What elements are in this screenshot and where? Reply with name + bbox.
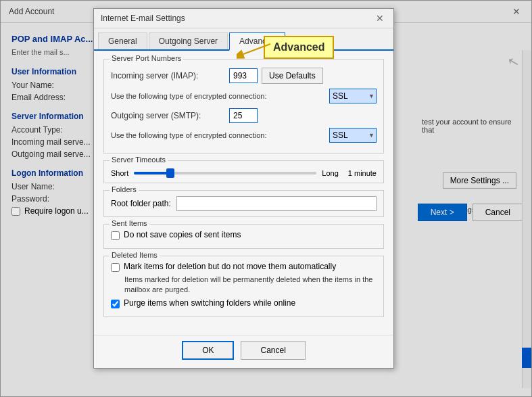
callout-box: Advanced: [264, 36, 334, 59]
mark-deletion-row: Mark items for deletion but do not move …: [111, 262, 377, 272]
root-folder-row: Root folder path:: [111, 196, 377, 211]
mark-deletion-checkbox[interactable]: [111, 263, 120, 272]
svg-line-1: [243, 44, 270, 54]
ssl-select-2[interactable]: SSL None TLS Auto: [329, 128, 377, 143]
dialog-titlebar: Internet E-mail Settings ✕: [94, 9, 393, 28]
incoming-server-input[interactable]: [229, 68, 258, 83]
deletion-note: Items marked for deletion will be perman…: [124, 275, 377, 296]
outgoing-server-label: Outgoing server (SMTP):: [111, 111, 229, 120]
sent-items-section: Sent Items Do not save copies of sent it…: [103, 224, 384, 249]
use-defaults-button[interactable]: Use Defaults: [262, 68, 323, 84]
outgoing-server-row: Outgoing server (SMTP):: [111, 108, 377, 123]
do-not-save-label: Do not save copies of sent items: [124, 230, 241, 239]
encrypt-row-1: Use the following type of encrypted conn…: [111, 89, 377, 103]
do-not-save-row: Do not save copies of sent items: [111, 230, 377, 240]
dialog-title: Internet E-mail Settings: [101, 14, 185, 23]
slider-filled: [134, 172, 170, 174]
root-folder-label: Root folder path:: [111, 199, 171, 208]
mark-deletion-label: Mark items for deletion but do not move …: [124, 262, 336, 271]
timeout-value: 1 minute: [348, 169, 377, 177]
dialog-body: Server Port Numbers Incoming server (IMA…: [94, 51, 393, 331]
callout-text: Advanced: [273, 41, 324, 53]
ssl-select-wrapper-2[interactable]: SSL None TLS Auto ▼: [329, 128, 377, 143]
deleted-items-label: Deleted Items: [110, 251, 160, 259]
server-port-label: Server Port Numbers: [110, 54, 183, 62]
server-port-section: Server Port Numbers Incoming server (IMA…: [103, 59, 384, 154]
timeout-slider-track[interactable]: [134, 172, 316, 174]
slider-thumb[interactable]: [166, 168, 174, 178]
sent-items-label: Sent Items: [110, 219, 149, 227]
folders-label: Folders: [110, 185, 139, 193]
long-label: Long: [322, 169, 338, 177]
ssl-select-wrapper-1[interactable]: SSL None TLS Auto ▼: [329, 89, 377, 103]
server-timeouts-section: Server Timeouts Short Long 1 minute: [103, 160, 384, 183]
encrypt-row-2: Use the following type of encrypted conn…: [111, 128, 377, 143]
folders-section: Folders Root folder path:: [103, 190, 384, 217]
deleted-items-section: Deleted Items Mark items for deletion bu…: [103, 256, 384, 317]
purge-checkbox[interactable]: [111, 300, 120, 308]
root-folder-input[interactable]: [176, 196, 377, 211]
tab-general[interactable]: General: [98, 32, 147, 49]
purge-row: Purge items when switching folders while…: [111, 298, 377, 308]
short-label: Short: [111, 169, 128, 177]
email-settings-dialog: Internet E-mail Settings ✕ General Outgo…: [93, 8, 394, 369]
dialog-close-button[interactable]: ✕: [373, 14, 387, 23]
server-timeouts-label: Server Timeouts: [110, 156, 168, 164]
incoming-server-label: Incoming server (IMAP):: [111, 71, 229, 80]
outgoing-server-input[interactable]: [229, 108, 258, 123]
ok-button[interactable]: OK: [182, 341, 234, 360]
callout-arrow: [237, 41, 274, 61]
timeout-row: Short Long 1 minute: [111, 169, 377, 177]
ssl-select-1[interactable]: SSL None TLS Auto: [329, 89, 377, 103]
encrypt-label-1: Use the following type of encrypted conn…: [111, 92, 327, 100]
tab-outgoing-server[interactable]: Outgoing Server: [149, 32, 228, 49]
dialog-footer: OK Cancel: [94, 335, 393, 368]
do-not-save-checkbox[interactable]: [111, 231, 120, 240]
incoming-server-row: Incoming server (IMAP): Use Defaults: [111, 68, 377, 84]
purge-label: Purge items when switching folders while…: [124, 298, 295, 308]
encrypt-label-2: Use the following type of encrypted conn…: [111, 131, 327, 139]
dialog-cancel-button[interactable]: Cancel: [241, 341, 305, 360]
